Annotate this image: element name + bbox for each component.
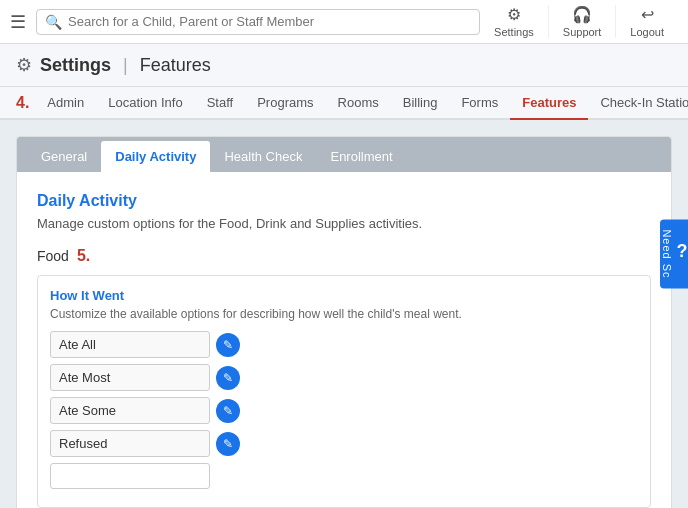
subheader-divider: |: [123, 55, 128, 76]
logout-icon: ↩: [641, 5, 654, 24]
how-it-went-subsection: How It Went Customize the available opti…: [37, 275, 651, 508]
food-section-header: Food 5.: [37, 247, 651, 265]
option-input-3[interactable]: [50, 430, 210, 457]
help-button[interactable]: ? Need Sc: [660, 219, 688, 288]
subheader-subtitle: Features: [140, 55, 211, 76]
search-bar[interactable]: 🔍: [36, 9, 480, 35]
topbar: ☰ 🔍 ⚙ Settings 🎧 Support ↩ Logout: [0, 0, 688, 44]
subsection-desc: Customize the available options for desc…: [50, 307, 638, 321]
empty-input[interactable]: [50, 463, 210, 489]
tab-rooms[interactable]: Rooms: [326, 87, 391, 120]
edit-button-1[interactable]: ✎: [216, 366, 240, 390]
option-input-2[interactable]: [50, 397, 210, 424]
settings-icon: ⚙: [507, 5, 521, 24]
subtab-health-check[interactable]: Health Check: [210, 141, 316, 172]
tab-features[interactable]: Features: [510, 87, 588, 120]
logout-button[interactable]: ↩ Logout: [615, 5, 678, 38]
feature-panel: General Daily Activity Health Check Enro…: [16, 136, 672, 508]
tab-location-info[interactable]: Location Info: [96, 87, 194, 120]
feature-content: Daily Activity Manage custom options for…: [17, 172, 671, 508]
option-row-3: ✎: [50, 430, 638, 457]
option-row-2: ✎: [50, 397, 638, 424]
edit-button-3[interactable]: ✎: [216, 432, 240, 456]
settings-label: Settings: [494, 26, 534, 38]
help-text: Need Sc: [661, 229, 673, 278]
subtab-enrollment[interactable]: Enrollment: [316, 141, 406, 172]
help-question-icon: ?: [677, 241, 688, 262]
edit-button-2[interactable]: ✎: [216, 399, 240, 423]
feature-description: Manage custom options for the Food, Drin…: [37, 216, 651, 231]
search-icon: 🔍: [45, 14, 62, 30]
step-badge-4: 4.: [16, 94, 29, 112]
settings-button[interactable]: ⚙ Settings: [480, 5, 548, 38]
food-label: Food: [37, 248, 69, 264]
nav-tabs: 4. Admin Location Info Staff Programs Ro…: [0, 87, 688, 120]
tab-staff[interactable]: Staff: [195, 87, 246, 120]
search-input[interactable]: [68, 14, 471, 29]
tab-admin[interactable]: Admin: [35, 87, 96, 120]
subtabs: General Daily Activity Health Check Enro…: [17, 137, 671, 172]
edit-button-0[interactable]: ✎: [216, 333, 240, 357]
logout-label: Logout: [630, 26, 664, 38]
support-button[interactable]: 🎧 Support: [548, 5, 616, 38]
step-badge-5: 5.: [77, 247, 90, 265]
option-input-1[interactable]: [50, 364, 210, 391]
support-icon: 🎧: [572, 5, 592, 24]
tab-forms[interactable]: Forms: [449, 87, 510, 120]
option-row-1: ✎: [50, 364, 638, 391]
option-input-0[interactable]: [50, 331, 210, 358]
subsection-title: How It Went: [50, 288, 638, 303]
menu-icon[interactable]: ☰: [10, 11, 26, 33]
support-label: Support: [563, 26, 602, 38]
feature-title: Daily Activity: [37, 192, 651, 210]
subtab-general[interactable]: General: [27, 141, 101, 172]
option-row-0: ✎: [50, 331, 638, 358]
subheader: ⚙ Settings | Features: [0, 44, 688, 87]
tab-check-in-station[interactable]: Check-In Station: [588, 87, 688, 120]
topbar-actions: ⚙ Settings 🎧 Support ↩ Logout: [480, 5, 678, 38]
content-area: General Daily Activity Health Check Enro…: [0, 120, 688, 508]
tab-billing[interactable]: Billing: [391, 87, 450, 120]
subtab-daily-activity[interactable]: Daily Activity: [101, 141, 210, 172]
tab-programs[interactable]: Programs: [245, 87, 325, 120]
option-row-empty: [50, 463, 638, 489]
subheader-title: Settings: [40, 55, 111, 76]
subheader-gear-icon: ⚙: [16, 54, 32, 76]
